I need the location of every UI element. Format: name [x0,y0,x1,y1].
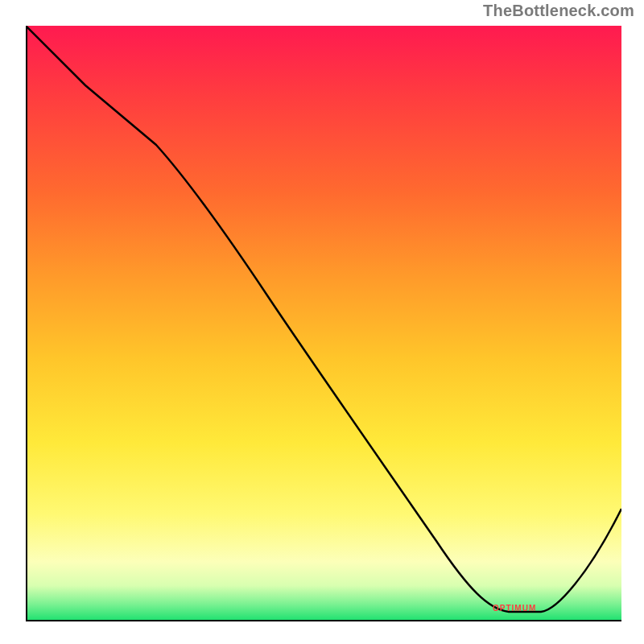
watermark-text: TheBottleneck.com [483,2,634,20]
heat-gradient-background [26,26,621,621]
chart-container: TheBottleneck.com OPTIMUM [0,0,644,644]
plot-area: OPTIMUM [26,26,621,621]
optimum-marker: OPTIMUM [493,604,536,613]
